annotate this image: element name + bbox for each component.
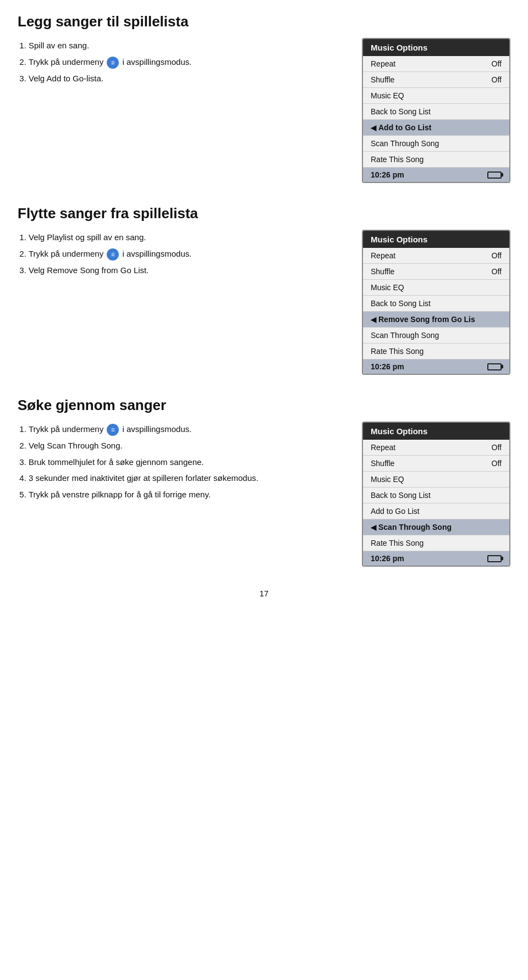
panel2-row-shuffle: Shuffle Off	[363, 264, 509, 280]
panel1-header: Music Options	[363, 39, 509, 56]
section2-title: Flytte sanger fra spillelista	[18, 205, 510, 222]
step-1-2: Trykk på undermeny i avspillingsmodus.	[29, 54, 351, 70]
panel1-row-musiceq: Music EQ	[363, 88, 509, 104]
panel1-time: 10:26 pm	[371, 170, 404, 179]
panel2-time: 10:26 pm	[371, 362, 404, 371]
battery-icon-1	[487, 171, 502, 179]
section3-row: Trykk på undermeny i avspillingsmodus. V…	[18, 422, 510, 567]
selected-arrow-2: ◀	[371, 315, 376, 324]
step-3-3: Bruk tommelhjulet for å søke gjennom san…	[29, 455, 351, 470]
panel2-header: Music Options	[363, 231, 509, 248]
panel2-row-ratethissong: Rate This Song	[363, 344, 509, 359]
panel2-row-scanthroughsong: Scan Through Song	[363, 328, 509, 344]
step-3-4: 3 sekunder med inaktivitet gjør at spill…	[29, 470, 351, 486]
panel2-row-musiceq: Music EQ	[363, 280, 509, 296]
battery-icon-2	[487, 363, 502, 370]
step-2-3: Velg Remove Song from Go List.	[29, 263, 351, 278]
section3-title: Søke gjennom sanger	[18, 397, 510, 414]
panel1-row-ratethissong: Rate This Song	[363, 152, 509, 168]
panel3-row-repeat: Repeat Off	[363, 440, 509, 456]
panel1-row-scanthroughsong: Scan Through Song	[363, 136, 509, 152]
panel3-row-scanthroughsong: ◀ Scan Through Song	[363, 519, 509, 535]
selected-arrow-3: ◀	[371, 523, 376, 531]
submenu-icon-1	[107, 57, 119, 69]
section2-text: Velg Playlist og spill av en sang. Trykk…	[18, 230, 362, 375]
panel3-footer: 10:26 pm	[363, 551, 509, 566]
selected-arrow-1: ◀	[371, 124, 376, 132]
submenu-icon-2	[107, 248, 119, 261]
panel2-row-repeat: Repeat Off	[363, 248, 509, 264]
panel2-row-backtosong: Back to Song List	[363, 296, 509, 312]
section3-text: Trykk på undermeny i avspillingsmodus. V…	[18, 422, 362, 567]
panel3-row-addtogolist: Add to Go List	[363, 503, 509, 519]
section1-steps: Spill av en sang. Trykk på undermeny i a…	[29, 38, 351, 86]
submenu-icon-3	[107, 424, 119, 436]
section2-panel: Music Options Repeat Off Shuffle Off Mus…	[362, 230, 510, 375]
panel3-row-shuffle: Shuffle Off	[363, 456, 509, 472]
section3-panel: Music Options Repeat Off Shuffle Off Mus…	[362, 422, 510, 567]
step-3-1: Trykk på undermeny i avspillingsmodus.	[29, 422, 351, 437]
section1-title: Legg sanger til spillelista	[18, 13, 510, 30]
step-2-1: Velg Playlist og spill av en sang.	[29, 230, 351, 245]
section2-row: Velg Playlist og spill av en sang. Trykk…	[18, 230, 510, 375]
panel3-header: Music Options	[363, 423, 509, 440]
panel2-footer: 10:26 pm	[363, 359, 509, 374]
section1-row: Spill av en sang. Trykk på undermeny i a…	[18, 38, 510, 183]
panel2-row-removesong: ◀ Remove Song from Go Lis	[363, 312, 509, 328]
step-2-2: Trykk på undermeny i avspillingsmodus.	[29, 246, 351, 262]
section3-steps: Trykk på undermeny i avspillingsmodus. V…	[29, 422, 351, 502]
panel1-row-shuffle: Shuffle Off	[363, 72, 509, 88]
section1-panel: Music Options Repeat Off Shuffle Off Mus…	[362, 38, 510, 183]
section1-text: Spill av en sang. Trykk på undermeny i a…	[18, 38, 362, 183]
step-3-2: Velg Scan Through Song.	[29, 438, 351, 453]
panel1-row-repeat: Repeat Off	[363, 56, 509, 72]
page-number: 17	[18, 589, 510, 598]
panel1-footer: 10:26 pm	[363, 168, 509, 182]
step-3-5: Trykk på venstre pilknapp for å gå til f…	[29, 487, 351, 502]
step-1-1: Spill av en sang.	[29, 38, 351, 53]
panel3-row-backtosong: Back to Song List	[363, 488, 509, 503]
panel1-row-addtogolist: ◀ Add to Go List	[363, 120, 509, 136]
step-1-3: Velg Add to Go-lista.	[29, 71, 351, 86]
battery-icon-3	[487, 555, 502, 562]
panel3-row-musiceq: Music EQ	[363, 472, 509, 488]
panel3-row-ratethissong: Rate This Song	[363, 535, 509, 551]
panel3-time: 10:26 pm	[371, 554, 404, 563]
panel1-row-backtosong: Back to Song List	[363, 104, 509, 120]
section2-steps: Velg Playlist og spill av en sang. Trykk…	[29, 230, 351, 278]
